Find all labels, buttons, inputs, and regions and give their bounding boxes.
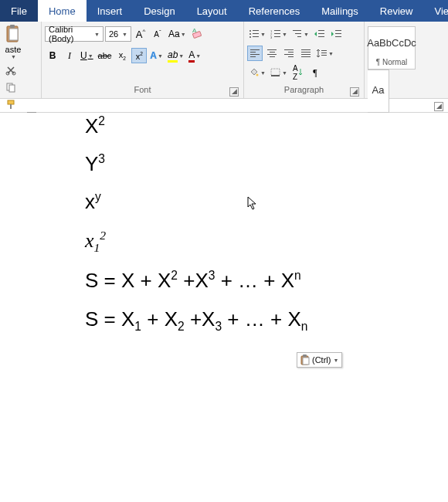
align-justify-button[interactable] — [298, 46, 314, 61]
numbering-button[interactable]: 123▼ — [269, 26, 289, 42]
font-size-combo[interactable]: 26 ▼ — [105, 26, 131, 42]
sort-button[interactable]: AZ — [290, 65, 306, 80]
show-paragraph-marks-button[interactable]: ¶ — [307, 65, 323, 80]
tab-review[interactable]: Review — [369, 0, 424, 22]
chevron-down-icon: ▼ — [94, 32, 100, 37]
decrease-indent-button[interactable] — [312, 26, 328, 42]
multilevel-icon — [292, 29, 303, 39]
svg-rect-31 — [335, 36, 341, 37]
svg-rect-1 — [9, 29, 18, 40]
font-color-button[interactable]: A▼ — [187, 48, 202, 63]
tab-file[interactable]: File — [0, 0, 38, 22]
ribbon: aste ▼ pboard ◢ — [0, 22, 448, 99]
svg-rect-28 — [318, 36, 324, 37]
styles-dialog-launcher[interactable]: ◢ — [434, 102, 443, 111]
group-paragraph-label: Paragraph ◢ — [247, 84, 361, 98]
shading-button[interactable]: ▼ — [247, 65, 267, 80]
align-center-icon — [267, 49, 277, 57]
svg-rect-39 — [303, 358, 309, 365]
chevron-down-icon: ▼ — [333, 358, 338, 363]
dec-indent-icon — [314, 29, 325, 39]
underline-button[interactable]: U▼ — [79, 48, 95, 63]
document-content[interactable]: X2 Y3 xy x12 S = X + X2 +X3 + … + Xn S =… — [85, 114, 433, 348]
group-font: Calibri (Body) ▼ 26 ▼ A^ Aˇ Aa▼ A B I U▼… — [42, 22, 244, 98]
clipboard-icon — [5, 23, 22, 45]
paragraph-dialog-launcher[interactable]: ◢ — [350, 87, 359, 97]
tab-mailings[interactable]: Mailings — [311, 0, 369, 22]
svg-rect-7 — [8, 100, 14, 104]
highlight-button[interactable]: ab▼ — [166, 48, 185, 63]
svg-point-15 — [249, 36, 251, 38]
italic-button[interactable]: I — [62, 48, 77, 63]
svg-rect-32 — [321, 50, 327, 51]
align-right-button[interactable] — [281, 46, 297, 61]
svg-rect-29 — [335, 30, 341, 31]
paste-options-button[interactable]: (Ctrl) ▼ — [297, 352, 342, 368]
tab-layout[interactable]: Layout — [186, 0, 238, 22]
svg-rect-22 — [274, 36, 280, 37]
subscript-button[interactable]: x2 — [114, 48, 130, 63]
paintbrush-icon — [5, 99, 16, 110]
svg-point-11 — [249, 30, 251, 32]
cut-button[interactable] — [3, 63, 19, 78]
copy-button[interactable] — [3, 80, 19, 95]
superscript-button[interactable]: x2 — [131, 48, 147, 63]
align-justify-icon — [301, 49, 311, 57]
svg-rect-23 — [293, 30, 301, 31]
group-styles: AaBbCcDc ¶ Normal Aa ◢ — [365, 22, 448, 98]
svg-rect-40 — [303, 354, 307, 357]
tab-insert[interactable]: Insert — [87, 0, 134, 22]
svg-rect-16 — [253, 36, 259, 37]
style-normal[interactable]: AaBbCcDc ¶ Normal — [368, 26, 416, 70]
svg-rect-20 — [274, 33, 280, 34]
svg-rect-25 — [297, 36, 301, 37]
shrink-font-button[interactable]: Aˇ — [150, 26, 165, 42]
paste-label: aste — [5, 45, 22, 54]
font-name-combo[interactable]: Calibri (Body) ▼ — [45, 26, 104, 42]
tab-home[interactable]: Home — [38, 0, 87, 22]
line-spacing-icon — [317, 49, 328, 58]
scissors-icon — [5, 65, 16, 76]
chevron-down-icon: ▼ — [11, 54, 16, 59]
paste-button[interactable]: aste ▼ — [3, 23, 23, 59]
style-next[interactable]: Aa — [368, 70, 389, 113]
multilevel-list-button[interactable]: ▼ — [290, 26, 311, 42]
bullets-button[interactable]: ▼ — [247, 26, 267, 42]
style-sample: AaBbCcDc — [367, 27, 416, 58]
borders-button[interactable]: ▼ — [269, 65, 289, 80]
bold-button[interactable]: B — [45, 48, 60, 63]
paste-options-label: (Ctrl) — [312, 355, 331, 365]
document-area[interactable]: X2 Y3 xy x12 S = X + X2 +X3 + … + Xn S =… — [0, 113, 448, 502]
svg-rect-30 — [335, 33, 341, 34]
copy-icon — [5, 82, 16, 93]
eraser-icon: A — [191, 28, 203, 40]
inc-indent-icon — [331, 29, 342, 39]
clear-formatting-button[interactable]: A — [189, 26, 205, 42]
svg-rect-36 — [271, 69, 280, 76]
text-effects-button[interactable]: A▼ — [148, 48, 165, 63]
align-center-button[interactable] — [264, 46, 280, 61]
tab-view[interactable]: View — [423, 0, 448, 22]
style-sample: Aa — [372, 70, 385, 110]
svg-rect-33 — [321, 53, 327, 53]
ribbon-tabbar: File Home Insert Design Layout Reference… — [0, 0, 448, 22]
cursor-icon — [247, 196, 257, 211]
svg-point-35 — [256, 74, 259, 76]
tab-references[interactable]: References — [238, 0, 311, 22]
svg-text:A: A — [192, 28, 197, 34]
svg-rect-8 — [10, 104, 12, 109]
group-paragraph: ▼ 123▼ ▼ — [244, 22, 365, 98]
svg-rect-14 — [253, 33, 259, 34]
tab-design[interactable]: Design — [133, 0, 185, 22]
change-case-button[interactable]: Aa▼ — [167, 26, 188, 42]
strikethrough-button[interactable]: abc — [97, 48, 114, 63]
increase-indent-button[interactable] — [329, 26, 344, 42]
svg-rect-12 — [253, 30, 259, 31]
align-left-button[interactable] — [247, 46, 263, 61]
font-dialog-launcher[interactable]: ◢ — [229, 87, 239, 97]
format-painter-button[interactable] — [3, 97, 19, 112]
line-spacing-button[interactable]: ▼ — [315, 46, 335, 61]
paint-bucket-icon — [249, 68, 260, 77]
align-right-icon — [284, 49, 294, 57]
grow-font-button[interactable]: A^ — [133, 26, 148, 42]
